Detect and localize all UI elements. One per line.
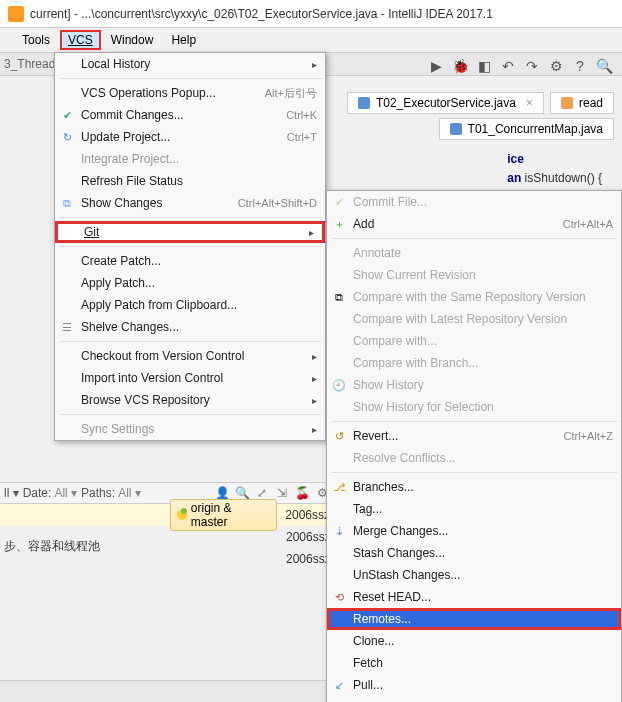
java-class-icon	[450, 123, 462, 135]
history-icon: 🕘	[332, 378, 346, 392]
tab-read[interactable]: read	[550, 92, 614, 114]
tab-label: T02_ExecutorService.java	[376, 96, 516, 110]
git-merge[interactable]: ⇣Merge Changes...	[327, 520, 621, 542]
pull-icon: ↙	[332, 678, 346, 692]
vcs-refresh[interactable]: Refresh File Status	[55, 170, 325, 192]
git-add[interactable]: ＋AddCtrl+Alt+A	[327, 213, 621, 235]
tab-label: read	[579, 96, 603, 110]
menu-tools[interactable]: Tools	[14, 30, 58, 50]
menu-help[interactable]: Help	[163, 30, 204, 50]
run-icon[interactable]: ▶	[426, 56, 446, 76]
git-show-history-sel: Show History for Selection	[327, 396, 621, 418]
vcs-sync: Sync Settings▸	[55, 418, 325, 440]
log-text: 2006ssz	[285, 508, 330, 522]
vcs-checkout[interactable]: Checkout from Version Control▸	[55, 345, 325, 367]
commit-icon: ✔	[332, 195, 346, 209]
vcs-git[interactable]: Git▸	[55, 221, 325, 243]
forward-icon[interactable]: ↷	[522, 56, 542, 76]
git-stash[interactable]: Stash Changes...	[327, 542, 621, 564]
vcs-integrate: Integrate Project...	[55, 148, 325, 170]
debug-icon[interactable]: 🐞	[450, 56, 470, 76]
collapse-icon[interactable]: ⇲	[274, 485, 290, 501]
git-commit-file: ✔Commit File...	[327, 191, 621, 213]
java-class-icon	[358, 97, 370, 109]
git-show-history: 🕘Show History	[327, 374, 621, 396]
back-icon[interactable]: ↶	[498, 56, 518, 76]
log-left-text: 步、容器和线程池	[4, 538, 100, 555]
git-pull[interactable]: ↙Pull...	[327, 674, 621, 696]
git-unstash[interactable]: UnStash Changes...	[327, 564, 621, 586]
log-text: 2006ssz	[286, 552, 331, 566]
commit-icon: ✔	[60, 108, 74, 122]
menu-window[interactable]: Window	[103, 30, 162, 50]
diff-icon: ⧉	[60, 196, 74, 210]
search-icon[interactable]: 🔍	[594, 56, 614, 76]
tab-t01[interactable]: T01_ConcurrentMap.java	[439, 118, 614, 140]
git-remotes[interactable]: Remotes...	[327, 608, 621, 630]
window-title: current] - ...\concurrent\src\yxxy\c_026…	[30, 7, 493, 21]
vcs-update[interactable]: ↻Update Project...Ctrl+T	[55, 126, 325, 148]
help-icon[interactable]: ?	[570, 56, 590, 76]
revert-icon: ↺	[332, 429, 346, 443]
tab-t02[interactable]: T02_ExecutorService.java ×	[347, 92, 544, 114]
vcs-show-changes[interactable]: ⧉Show ChangesCtrl+Alt+Shift+D	[55, 192, 325, 214]
update-icon: ↻	[60, 130, 74, 144]
branch-icon: ⎇	[332, 480, 346, 494]
vcs-local-history[interactable]: Local History▸	[55, 53, 325, 75]
vcs-menu: Local History▸ VCS Operations Popup...Al…	[54, 52, 326, 441]
git-compare-branch: Compare with Branch...	[327, 352, 621, 374]
reset-icon: ⟲	[332, 590, 346, 604]
log-text: 2006ssz	[286, 530, 331, 544]
git-annotate: Annotate	[327, 242, 621, 264]
git-submenu: ✔Commit File... ＋AddCtrl+Alt+A Annotate …	[326, 190, 622, 702]
toolbar: ▶ 🐞 ◧ ↶ ↷ ⚙ ? 🔍	[426, 56, 614, 76]
git-reset-head[interactable]: ⟲Reset HEAD...	[327, 586, 621, 608]
menu-vcs[interactable]: VCS	[60, 30, 101, 50]
git-tag[interactable]: Tag...	[327, 498, 621, 520]
paths-filter[interactable]: Paths: All ▾	[81, 486, 141, 500]
vcs-commit[interactable]: ✔Commit Changes...Ctrl+K	[55, 104, 325, 126]
vcs-log-header: ll ▾ Date: All ▾ Paths: All ▾ 👤 🔍 ⤢ ⇲ 🍒 …	[0, 482, 330, 504]
branch-filter[interactable]: ll ▾	[4, 486, 19, 500]
merge-icon: ⇣	[332, 524, 346, 538]
editor-code: ice an isShutdown() {	[507, 150, 602, 188]
vcs-operations-popup[interactable]: VCS Operations Popup...Alt+后引号	[55, 82, 325, 104]
git-branches[interactable]: ⎇Branches...	[327, 476, 621, 498]
editor-tabs: T02_ExecutorService.java × read T01_Conc…	[347, 92, 614, 140]
vcs-browse[interactable]: Browse VCS Repository▸	[55, 389, 325, 411]
shelve-icon: ☰	[60, 320, 74, 334]
configure-icon[interactable]: ⚙	[546, 56, 566, 76]
vcs-apply-patch[interactable]: Apply Patch...	[55, 272, 325, 294]
vcs-create-patch[interactable]: Create Patch...	[55, 250, 325, 272]
git-fetch[interactable]: Fetch	[327, 652, 621, 674]
tab-label: T01_ConcurrentMap.java	[468, 122, 603, 136]
vcs-import[interactable]: Import into Version Control▸	[55, 367, 325, 389]
compare-icon: ⧉	[332, 290, 346, 304]
close-icon[interactable]: ×	[526, 96, 533, 110]
git-compare-same: ⧉Compare with the Same Repository Versio…	[327, 286, 621, 308]
left-tab[interactable]: 3_ThreadI	[4, 57, 59, 71]
code-line: an isShutdown() {	[507, 169, 602, 188]
git-push[interactable]: ↗Push...Ctrl+Shift+K	[327, 696, 621, 702]
branch-badge: origin & master	[170, 499, 277, 531]
git-show-current: Show Current Revision	[327, 264, 621, 286]
branch-dot-icon	[177, 510, 187, 520]
vcs-apply-clipboard[interactable]: Apply Patch from Clipboard...	[55, 294, 325, 316]
menu-bar: Tools VCS Window Help	[0, 28, 622, 52]
git-compare-latest: Compare with Latest Repository Version	[327, 308, 621, 330]
toggle-icon[interactable]: ◧	[474, 56, 494, 76]
add-icon: ＋	[332, 217, 346, 231]
file-icon	[561, 97, 573, 109]
cherry-icon[interactable]: 🍒	[294, 485, 310, 501]
log-row[interactable]: origin & master 2006ssz	[0, 504, 330, 526]
git-clone[interactable]: Clone...	[327, 630, 621, 652]
git-revert[interactable]: ↺Revert...Ctrl+Alt+Z	[327, 425, 621, 447]
code-line: ice	[507, 150, 602, 169]
vcs-shelve[interactable]: ☰Shelve Changes...	[55, 316, 325, 338]
git-compare-with: Compare with...	[327, 330, 621, 352]
git-resolve: Resolve Conflicts...	[327, 447, 621, 469]
vcs-log: origin & master 2006ssz 2006ssz 2006ssz	[0, 504, 330, 570]
title-bar: current] - ...\concurrent\src\yxxy\c_026…	[0, 0, 622, 28]
date-filter[interactable]: Date: All ▾	[23, 486, 77, 500]
app-icon	[8, 6, 24, 22]
